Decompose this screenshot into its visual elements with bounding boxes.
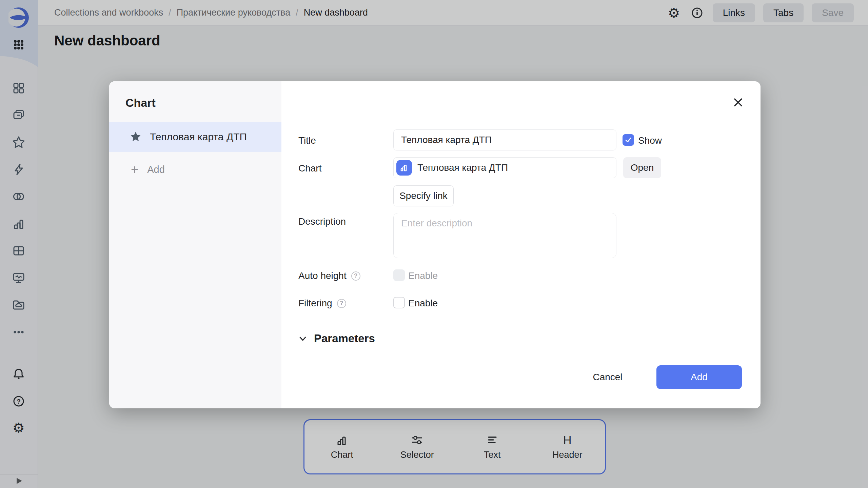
open-button[interactable]: Open [623, 157, 661, 178]
parameters-label: Parameters [314, 332, 375, 345]
description-label: Description [298, 216, 346, 227]
add-tab-label: Add [147, 164, 165, 175]
chart-input[interactable]: Тепловая карта ДТП [393, 157, 616, 178]
check-icon [625, 136, 632, 144]
filtering-label-text: Filtering [298, 298, 332, 309]
app-root: ? ⚙ Collections and workbooks / Практиче… [0, 0, 868, 488]
filtering-checkbox[interactable] [393, 297, 405, 308]
auto-height-checkbox[interactable] [393, 269, 405, 281]
close-icon[interactable] [731, 96, 745, 109]
filtering-enable-label: Enable [408, 298, 438, 309]
show-checkbox[interactable] [623, 134, 634, 146]
auto-height-enable-label: Enable [408, 270, 438, 281]
chart-label: Chart [298, 163, 321, 174]
add-button[interactable]: Add [656, 365, 742, 389]
show-label: Show [638, 135, 662, 146]
add-tab-button[interactable]: + Add [109, 161, 281, 178]
chevron-down-icon [298, 333, 308, 344]
title-input[interactable] [393, 129, 616, 150]
specify-link-button[interactable]: Specify link [393, 185, 454, 206]
chart-value: Тепловая карта ДТП [417, 162, 508, 173]
chart-widget-icon [396, 160, 412, 176]
auto-height-label: Auto height ? [298, 270, 360, 281]
chart-settings-dialog: Chart Тепловая карта ДТП + Add Title [109, 81, 761, 408]
list-item-label: Тепловая карта ДТП [150, 131, 247, 143]
plus-icon: + [131, 163, 138, 176]
auto-height-label-text: Auto height [298, 270, 347, 281]
question-icon[interactable]: ? [351, 271, 360, 281]
cancel-button[interactable]: Cancel [587, 365, 629, 389]
question-icon[interactable]: ? [337, 299, 346, 308]
modal-side-panel: Chart Тепловая карта ДТП + Add [109, 81, 281, 408]
star-icon [130, 131, 142, 143]
list-item-selected[interactable]: Тепловая карта ДТП [109, 122, 281, 152]
parameters-toggle[interactable]: Parameters [298, 332, 375, 345]
title-label: Title [298, 135, 316, 146]
description-textarea[interactable] [393, 213, 616, 258]
modal-title: Chart [125, 96, 156, 109]
filtering-label: Filtering ? [298, 298, 346, 309]
